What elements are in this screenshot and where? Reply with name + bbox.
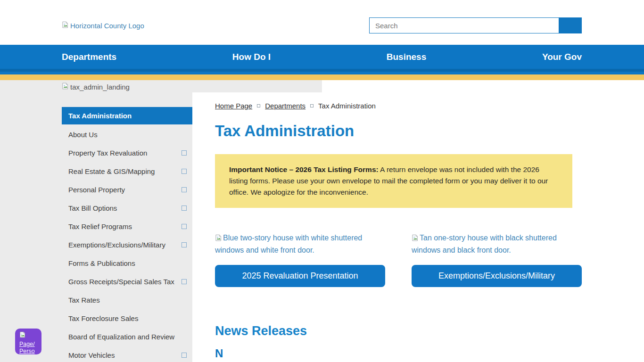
revaluation-presentation-button[interactable]: 2025 Revaluation Presentation: [215, 265, 385, 287]
exemptions-exclusions-military-button[interactable]: Exemptions/Exclusions/Military: [412, 265, 582, 287]
exemptions-image-link[interactable]: Tan one-story house with black shuttered…: [412, 232, 582, 256]
sidebar-item-motor-vehicles[interactable]: Motor Vehicles: [62, 346, 192, 362]
news-releases-heading: News Releases: [215, 324, 644, 338]
sidebar-item-tax-rates[interactable]: Tax Rates: [62, 291, 192, 309]
nav-item-your-gov[interactable]: Your Gov: [542, 52, 582, 62]
sidebar-item-property-tax-revaluation[interactable]: Property Tax Revaluation: [62, 144, 192, 162]
sidebar-item-tax-foreclosure-sales[interactable]: Tax Foreclosure Sales: [62, 309, 192, 328]
widget-label: Page/ Perso: [19, 341, 35, 354]
main-content: Home Page Departments Tax Administration…: [192, 80, 644, 362]
county-logo-link[interactable]: Horizontal County Logo: [62, 21, 144, 30]
sidebar-item-real-estate-gis-mapping[interactable]: Real Estate & GIS/Mapping: [62, 162, 192, 181]
broken-image-icon: [62, 82, 69, 91]
exemptions-image-alt-text: Tan one-story house with black shuttered…: [412, 234, 557, 254]
county-logo-alt-text: Horizontal County Logo: [70, 22, 144, 30]
breadcrumb-home-page[interactable]: Home Page: [215, 102, 252, 110]
sidebar-item-about-us[interactable]: About Us: [62, 125, 192, 144]
primary-nav: Departments How Do I Business Your Gov: [0, 45, 644, 80]
broken-image-icon: [62, 21, 69, 30]
revaluation-card: Blue two-story house with white shuttere…: [215, 232, 385, 287]
expand-icon[interactable]: [182, 206, 187, 211]
expand-icon[interactable]: [182, 353, 187, 358]
revaluation-image-link[interactable]: Blue two-story house with white shuttere…: [215, 232, 385, 256]
sidebar-landing-image: tax_admin_landing: [62, 82, 130, 91]
sidebar-item-tax-relief-programs[interactable]: Tax Relief Programs: [62, 217, 192, 236]
expand-icon[interactable]: [182, 279, 187, 284]
sidebar-item-exemptions-exclusions-military[interactable]: Exemptions/Exclusions/Military: [62, 236, 192, 254]
breadcrumb-departments[interactable]: Departments: [265, 102, 305, 110]
breadcrumb-current: Tax Administration: [318, 102, 376, 110]
expand-icon[interactable]: [182, 224, 187, 229]
breadcrumb-separator-icon: [310, 104, 314, 107]
feature-cards: Blue two-story house with white shuttere…: [215, 232, 644, 287]
nav-item-departments[interactable]: Departments: [62, 52, 116, 62]
sidebar-image-alt-text: tax_admin_landing: [70, 83, 130, 91]
sidebar-item-gross-receipts-special-sales-tax[interactable]: Gross Receipts/Special Sales Tax: [62, 272, 192, 291]
broken-image-icon: [412, 233, 419, 245]
sidebar-menu: Tax Administration About Us Property Tax…: [62, 107, 192, 362]
broken-image-icon: [215, 233, 222, 245]
important-notice: Important Notice – 2026 Tax Listing Form…: [215, 154, 572, 208]
nav-item-business[interactable]: Business: [387, 52, 426, 62]
sidebar: tax_admin_landing Tax Administration Abo…: [0, 80, 192, 362]
sidebar-item-tax-bill-options[interactable]: Tax Bill Options: [62, 199, 192, 217]
breadcrumb-separator-icon: [257, 104, 260, 107]
page-title: Tax Administration: [215, 122, 644, 140]
sidebar-item-forms-publications[interactable]: Forms & Publications: [62, 254, 192, 272]
news-item-partial[interactable]: N: [215, 347, 223, 360]
sidebar-item-personal-property[interactable]: Personal Property: [62, 181, 192, 199]
sidebar-item-board-of-equalization-and-review[interactable]: Board of Equalization and Review: [62, 328, 192, 346]
exemptions-card: Tan one-story house with black shuttered…: [412, 232, 582, 287]
site-header: Horizontal County Logo: [0, 0, 644, 45]
sidebar-item-tax-administration[interactable]: Tax Administration: [62, 107, 192, 124]
nav-item-how-do-i[interactable]: How Do I: [232, 52, 271, 62]
search-bar: [369, 17, 582, 33]
expand-icon[interactable]: [182, 150, 187, 156]
search-input[interactable]: [369, 17, 559, 33]
page-body: tax_admin_landing Tax Administration Abo…: [0, 80, 644, 362]
notice-bold-text: Important Notice – 2026 Tax Listing Form…: [229, 165, 379, 173]
search-button[interactable]: [559, 17, 582, 33]
expand-icon[interactable]: [182, 187, 187, 192]
expand-icon[interactable]: [182, 242, 187, 247]
broken-image-icon: [19, 331, 41, 340]
revaluation-image-alt-text: Blue two-story house with white shuttere…: [215, 234, 362, 254]
page-personalization-widget[interactable]: Page/ Perso: [15, 329, 41, 354]
expand-icon[interactable]: [182, 169, 187, 174]
gray-band: [192, 80, 322, 92]
